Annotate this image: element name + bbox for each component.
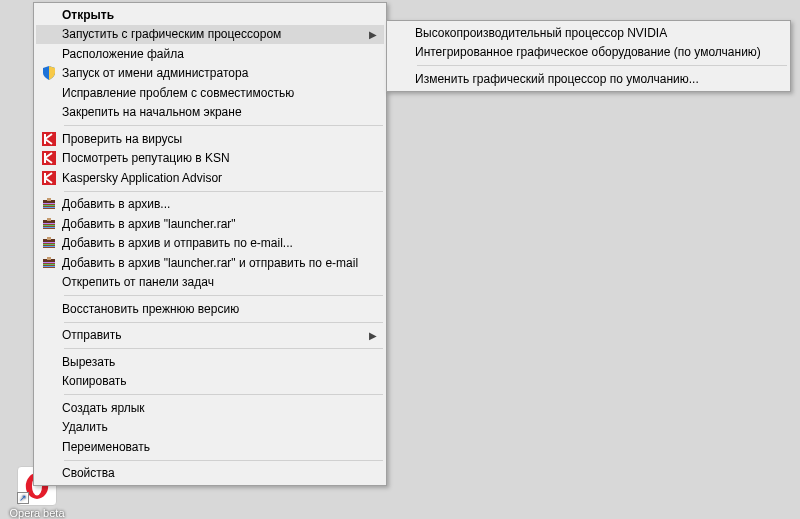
menu-separator xyxy=(64,322,383,323)
blank-icon xyxy=(389,23,415,42)
svg-rect-14 xyxy=(43,225,55,226)
main_menu-item[interactable]: Закрепить на начальном экране xyxy=(36,103,384,123)
main_menu-item[interactable]: Добавить в архив и отправить по e-mail..… xyxy=(36,234,384,254)
winrar-icon xyxy=(36,195,62,214)
main_menu-item[interactable]: Переименовать xyxy=(36,437,384,457)
svg-rect-7 xyxy=(43,203,55,204)
menu-item-label: Высокопроизводительный процессор NVIDIA xyxy=(415,26,784,40)
main_menu-item[interactable]: Запуск от имени администратора xyxy=(36,64,384,84)
menu-item-label: Проверить на вирусы xyxy=(62,132,380,146)
main_menu-item[interactable]: Добавить в архив "launcher.rar" и отправ… xyxy=(36,253,384,273)
main_menu-item[interactable]: Копировать xyxy=(36,372,384,392)
menu-item-label: Запустить с графическим процессором xyxy=(62,27,366,41)
menu-separator xyxy=(64,394,383,395)
menu-item-label: Вырезать xyxy=(62,355,380,369)
menu-item-label: Копировать xyxy=(62,374,380,388)
kaspersky-icon xyxy=(36,149,62,168)
menu-item-label: Переименовать xyxy=(62,440,380,454)
menu-item-label: Добавить в архив и отправить по e-mail..… xyxy=(62,236,380,250)
menu-item-label: Закрепить на начальном экране xyxy=(62,105,380,119)
shield-icon xyxy=(36,64,62,83)
chevron-right-icon: ▶ xyxy=(366,330,380,341)
winrar-icon xyxy=(36,253,62,272)
menu-item-label: Создать ярлык xyxy=(62,401,380,415)
menu-item-label: Открыть xyxy=(62,8,380,22)
menu-item-label: Отправить xyxy=(62,328,366,342)
blank-icon xyxy=(36,299,62,318)
main_menu-item[interactable]: Создать ярлык xyxy=(36,398,384,418)
svg-rect-19 xyxy=(43,242,55,243)
main_menu-item[interactable]: Проверить на вирусы xyxy=(36,129,384,149)
svg-rect-21 xyxy=(43,246,55,247)
blank-icon xyxy=(36,372,62,391)
menu-item-label: Свойства xyxy=(62,466,380,480)
main_menu-item[interactable]: Посмотреть репутацию в KSN xyxy=(36,149,384,169)
blank-icon xyxy=(36,437,62,456)
svg-rect-10 xyxy=(47,198,51,201)
context-menu: ОткрытьЗапустить с графическим процессор… xyxy=(33,2,387,486)
svg-rect-28 xyxy=(47,257,51,260)
main_menu-item[interactable]: Свойства xyxy=(36,464,384,484)
menu-item-label: Посмотреть репутацию в KSN xyxy=(62,151,380,165)
blank-icon xyxy=(36,398,62,417)
kaspersky-icon xyxy=(36,168,62,187)
svg-rect-13 xyxy=(43,223,55,224)
menu-item-label: Добавить в архив "launcher.rar" и отправ… xyxy=(62,256,380,270)
menu-item-label: Запуск от имени администратора xyxy=(62,66,380,80)
main_menu-item[interactable]: Исправление проблем с совместимостью xyxy=(36,83,384,103)
menu-item-label: Изменить графический процессор по умолча… xyxy=(415,72,784,86)
shortcut-overlay-icon: ↗ xyxy=(17,492,29,504)
menu-item-label: Открепить от панели задач xyxy=(62,275,380,289)
main_menu-item[interactable]: Kaspersky Application Advisor xyxy=(36,168,384,188)
main_menu-item[interactable]: Восстановить прежнюю версию xyxy=(36,299,384,319)
blank-icon xyxy=(36,5,62,24)
kaspersky-icon xyxy=(36,129,62,148)
menu-item-label: Удалить xyxy=(62,420,380,434)
blank-icon xyxy=(36,25,62,44)
blank-icon xyxy=(36,44,62,63)
svg-rect-25 xyxy=(43,262,55,263)
main_menu-item[interactable]: Расположение файла xyxy=(36,44,384,64)
main_menu-item[interactable]: Запустить с графическим процессором▶ xyxy=(36,25,384,45)
sub_menu-item[interactable]: Интегрированное графическое оборудование… xyxy=(389,43,788,63)
menu-item-label: Расположение файла xyxy=(62,47,380,61)
blank-icon xyxy=(36,103,62,122)
main_menu-item[interactable]: Удалить xyxy=(36,418,384,438)
main_menu-item[interactable]: Добавить в архив "launcher.rar" xyxy=(36,214,384,234)
desktop-icon-label: Opera beta xyxy=(8,507,66,519)
main_menu-item[interactable]: Добавить в архив... xyxy=(36,195,384,215)
main_menu-item[interactable]: Отправить▶ xyxy=(36,326,384,346)
menu-separator xyxy=(64,348,383,349)
main_menu-item[interactable]: Открыть xyxy=(36,5,384,25)
menu-separator xyxy=(417,65,787,66)
blank-icon xyxy=(36,352,62,371)
svg-rect-26 xyxy=(43,264,55,265)
blank-icon xyxy=(36,418,62,437)
menu-item-label: Kaspersky Application Advisor xyxy=(62,171,380,185)
winrar-icon xyxy=(36,214,62,233)
menu-separator xyxy=(64,460,383,461)
main_menu-item[interactable]: Вырезать xyxy=(36,352,384,372)
svg-rect-20 xyxy=(43,244,55,245)
main_menu-item[interactable]: Открепить от панели задач xyxy=(36,273,384,293)
svg-rect-8 xyxy=(43,205,55,206)
menu-separator xyxy=(64,295,383,296)
menu-item-label: Восстановить прежнюю версию xyxy=(62,302,380,316)
blank-icon xyxy=(389,43,415,62)
blank-icon xyxy=(36,464,62,483)
svg-rect-16 xyxy=(47,218,51,221)
chevron-right-icon: ▶ xyxy=(366,29,380,40)
blank-icon xyxy=(36,83,62,102)
blank-icon xyxy=(389,69,415,88)
svg-rect-15 xyxy=(43,227,55,228)
svg-rect-22 xyxy=(47,237,51,240)
blank-icon xyxy=(36,326,62,345)
menu-item-label: Добавить в архив... xyxy=(62,197,380,211)
menu-item-label: Интегрированное графическое оборудование… xyxy=(415,45,784,59)
sub_menu-item[interactable]: Изменить графический процессор по умолча… xyxy=(389,69,788,89)
sub_menu-item[interactable]: Высокопроизводительный процессор NVIDIA xyxy=(389,23,788,43)
menu-item-label: Исправление проблем с совместимостью xyxy=(62,86,380,100)
gpu-submenu: Высокопроизводительный процессор NVIDIAИ… xyxy=(386,20,791,92)
svg-rect-27 xyxy=(43,266,55,267)
menu-separator xyxy=(64,125,383,126)
